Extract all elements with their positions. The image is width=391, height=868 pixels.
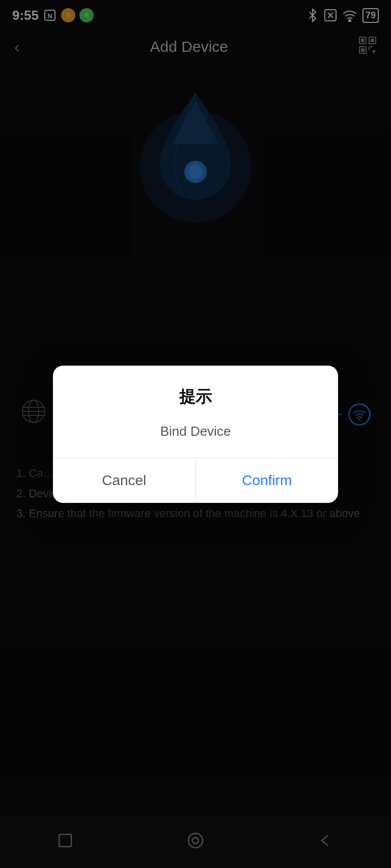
dialog-overlay: 提示 Bind Device Cancel Confirm	[0, 0, 391, 868]
cancel-button[interactable]: Cancel	[53, 458, 196, 503]
dialog: 提示 Bind Device Cancel Confirm	[53, 366, 338, 503]
dialog-title: 提示	[53, 366, 338, 418]
confirm-button[interactable]: Confirm	[196, 458, 339, 503]
dialog-buttons: Cancel Confirm	[53, 458, 338, 503]
dialog-message: Bind Device	[53, 418, 338, 458]
